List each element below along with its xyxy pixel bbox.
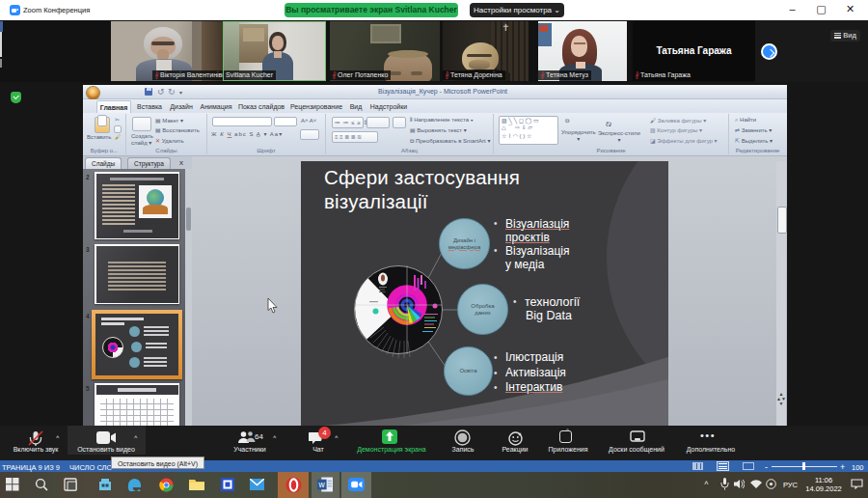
svg-text:w: w (318, 480, 326, 489)
